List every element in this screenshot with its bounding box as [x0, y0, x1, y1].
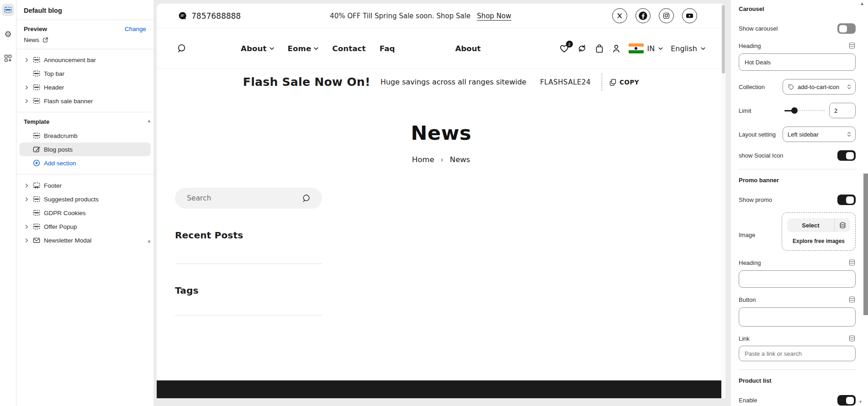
dynamic-source-icon[interactable]	[835, 218, 850, 232]
dynamic-source-icon[interactable]	[848, 259, 856, 266]
external-link-icon[interactable]	[42, 37, 48, 43]
preview-label: Preview	[24, 26, 47, 32]
chevron-right-icon[interactable]	[24, 85, 30, 90]
country-selector[interactable]: IN	[629, 43, 663, 53]
limit-slider[interactable]	[784, 107, 825, 114]
dynamic-source-icon[interactable]	[848, 335, 856, 342]
phone-row[interactable]: 7857688888	[178, 11, 241, 21]
slider-knob[interactable]	[791, 107, 798, 114]
nav-label: Eome	[288, 44, 312, 53]
explore-free-images-link[interactable]: Explore free images	[787, 238, 850, 244]
scrollbar-thumb[interactable]	[863, 174, 868, 315]
mail-icon	[32, 237, 40, 244]
show-carousel-toggle[interactable]	[837, 23, 856, 34]
chevron-right-icon[interactable]	[24, 225, 30, 229]
collection-label: Collection	[739, 84, 765, 90]
sidebar-item-breadcrumb[interactable]: Breadcrumb	[19, 129, 151, 142]
divider	[739, 369, 856, 370]
search-icon[interactable]	[177, 43, 187, 53]
copy-code-button[interactable]: COPY	[609, 79, 639, 86]
scroll-down-hint[interactable]: ▼	[147, 239, 152, 244]
promo-button-input[interactable]	[739, 307, 856, 327]
sidebar-item-announcement-bar[interactable]: Announcement bar	[19, 53, 151, 67]
preview-page-row[interactable]: News	[24, 37, 146, 43]
sections-icon[interactable]	[2, 4, 14, 16]
chevron-right-icon[interactable]	[24, 238, 30, 243]
phone-number: 7857688888	[191, 11, 241, 21]
image-select-button[interactable]: Select	[787, 218, 850, 232]
dynamic-source-icon[interactable]	[848, 42, 856, 49]
sidebar-item-footer[interactable]: Footer	[19, 179, 151, 192]
sidebar-item-blog-posts[interactable]: Blog posts	[19, 142, 151, 156]
dynamic-source-icon[interactable]	[848, 296, 856, 303]
blog-search[interactable]	[175, 188, 322, 209]
nav-item-faq[interactable]: Faq	[380, 44, 395, 53]
shop-now-link[interactable]: Shop Now	[477, 12, 511, 20]
image-picker: Select Explore free images	[782, 212, 856, 251]
compare-refresh-icon[interactable]	[577, 44, 587, 53]
section-tree: ▲ Announcement bar Top bar Header Flash	[16, 49, 153, 247]
nav-menu: About Eome Contact Faq	[241, 44, 395, 53]
cart-bag-icon[interactable]	[595, 44, 604, 53]
nav-item-contact[interactable]: Contact	[332, 44, 365, 53]
scrollbar-thumb[interactable]	[722, 5, 725, 74]
language-selector[interactable]: English	[671, 44, 705, 53]
breadcrumb-separator: ›	[441, 156, 444, 164]
blog-search-input[interactable]	[187, 194, 302, 202]
item-label: Suggested products	[44, 196, 99, 203]
scroll-down-hint[interactable]: ▼	[858, 400, 863, 404]
select-label[interactable]: Select	[787, 218, 834, 232]
sidebar-item-suggested-products[interactable]: Suggested products	[19, 192, 151, 206]
nav-item-eome[interactable]: Eome	[288, 44, 319, 53]
show-social-icon-toggle[interactable]	[837, 150, 856, 161]
instagram-icon[interactable]	[659, 8, 674, 23]
nav-item-about[interactable]: About	[241, 44, 274, 53]
chevron-right-icon[interactable]	[24, 184, 30, 188]
item-label: Top bar	[44, 70, 64, 77]
enable-toggle[interactable]	[837, 395, 856, 406]
account-person-icon[interactable]	[612, 44, 621, 53]
chevron-right-icon[interactable]	[24, 197, 30, 201]
add-section-button[interactable]: Add section	[19, 156, 151, 170]
breadcrumb-home[interactable]: Home	[412, 155, 434, 164]
panel-scrollbar[interactable]	[863, 0, 868, 406]
wishlist-heart-icon[interactable]: 2	[559, 44, 569, 53]
updown-chevrons-icon	[847, 131, 852, 137]
storefront-preview: 7857688888 40% OFF Till Spring Sale soon…	[157, 4, 725, 398]
show-promo-toggle[interactable]	[837, 195, 856, 205]
updown-chevrons-icon	[847, 84, 852, 90]
sidebar-item-header[interactable]: Header	[19, 80, 151, 94]
layout-setting-row: Layout setting Left sidebar	[739, 127, 856, 142]
chevron-right-icon[interactable]	[24, 99, 30, 103]
chat-icon	[178, 11, 187, 20]
preview-scrollbar[interactable]	[721, 4, 725, 398]
item-label: Offer Popup	[44, 223, 77, 230]
settings-gear-icon[interactable]: ⚙	[2, 28, 14, 40]
sidebar-item-offer-popup[interactable]: Offer Popup	[19, 220, 151, 233]
apps-icon[interactable]	[2, 52, 14, 64]
search-icon[interactable]	[302, 194, 311, 203]
youtube-icon[interactable]	[682, 8, 697, 23]
sidebar-item-flash-sale-banner[interactable]: Flash sale banner	[19, 94, 151, 108]
scroll-up-hint[interactable]: ▲	[147, 118, 152, 123]
x-twitter-icon[interactable]	[612, 8, 627, 23]
chevron-right-icon[interactable]	[24, 58, 30, 62]
change-link[interactable]: Change	[125, 26, 146, 32]
collection-select[interactable]: add-to-cart-icon	[783, 79, 856, 95]
sidebar-item-newsletter-modal[interactable]: Newsletter Modal	[19, 233, 151, 247]
facebook-icon[interactable]	[635, 8, 651, 23]
promo-banner-section-title: Promo banner	[739, 176, 856, 186]
promo-heading-input[interactable]	[739, 270, 856, 288]
sidebar-item-gdpr-cookies[interactable]: GDPR Cookies	[19, 206, 151, 220]
sidebar-item-top-bar[interactable]: Top bar	[19, 67, 151, 80]
heading-row: Heading	[739, 42, 856, 49]
template-heading: Template	[19, 116, 151, 129]
flash-subtitle: Huge savings across all ranges sitewide	[381, 78, 527, 86]
layout-setting-select[interactable]: Left sidebar	[783, 127, 856, 142]
limit-input[interactable]	[829, 103, 856, 118]
carousel-heading-input[interactable]	[739, 53, 856, 71]
promo-link-input[interactable]	[739, 346, 856, 361]
nav-item-about-secondary[interactable]: About	[455, 44, 481, 53]
store-footer	[157, 380, 725, 398]
nav-label: About	[241, 44, 267, 53]
